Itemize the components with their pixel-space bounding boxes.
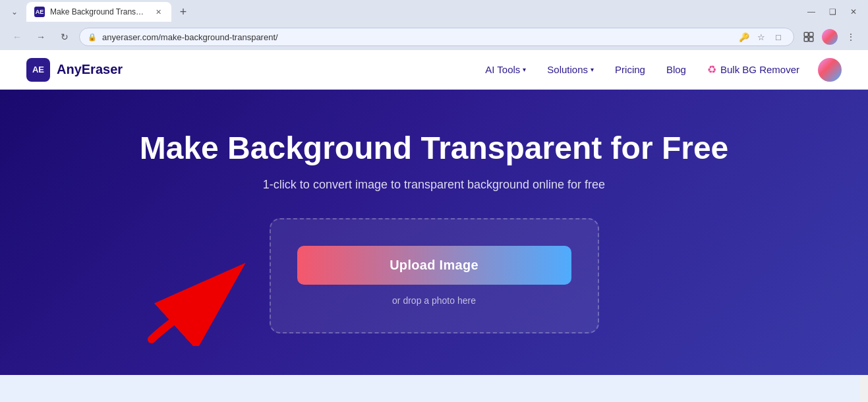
address-field[interactable]: 🔒 anyeraser.com/make-background-transpar… xyxy=(79,28,794,46)
website-content: AE AnyEraser AI Tools ▾ Solutions ▾ Pric… xyxy=(0,50,868,375)
forward-button[interactable]: → xyxy=(32,28,50,46)
bookmark-icon[interactable]: ☆ xyxy=(754,30,768,44)
close-button[interactable]: ✕ xyxy=(844,3,863,21)
tab-close-button[interactable]: ✕ xyxy=(153,7,163,17)
window-controls: — ❑ ✕ xyxy=(802,3,863,21)
address-actions: 🔑 ☆ □ xyxy=(737,30,786,44)
svg-rect-0 xyxy=(804,32,808,36)
tab-title: Make Background Transparent xyxy=(50,7,148,16)
profile-menu-button[interactable] xyxy=(821,28,839,46)
nav-solutions[interactable]: Solutions ▾ xyxy=(539,59,602,80)
extensions-button[interactable] xyxy=(799,28,818,46)
chevron-down-icon: ▾ xyxy=(591,66,594,73)
extensions-icon[interactable]: □ xyxy=(771,30,786,44)
drop-text: or drop a photo here xyxy=(392,295,476,306)
nav-pricing[interactable]: Pricing xyxy=(607,59,653,80)
tab-list: AE Make Background Transparent ✕ + xyxy=(26,2,799,22)
user-avatar[interactable] xyxy=(818,58,842,82)
lock-icon: 🔒 xyxy=(88,33,97,42)
refresh-button[interactable]: ↻ xyxy=(55,28,74,46)
more-options-button[interactable]: ⋮ xyxy=(842,28,860,46)
address-bar: ← → ↻ 🔒 anyeraser.com/make-background-tr… xyxy=(0,24,868,50)
tab-favicon: AE xyxy=(34,7,45,17)
maximize-button[interactable]: ❑ xyxy=(823,3,842,21)
logo-icon: AE xyxy=(26,58,50,82)
url-text: anyeraser.com/make-background-transparen… xyxy=(102,32,732,42)
hero-subtitle: 1-click to convert image to transparent … xyxy=(263,178,605,192)
upload-area[interactable]: Upload Image or drop a photo here xyxy=(270,218,599,333)
brand-name: AnyEraser xyxy=(57,62,123,77)
back-button[interactable]: ← xyxy=(8,28,26,46)
minimize-button[interactable]: — xyxy=(802,3,821,21)
nav-blog[interactable]: Blog xyxy=(658,59,694,80)
active-tab[interactable]: AE Make Background Transparent ✕ xyxy=(26,2,171,22)
recent-tabs-button[interactable]: ⌄ xyxy=(5,3,24,21)
nav-ai-tools[interactable]: AI Tools ▾ xyxy=(477,59,534,80)
hero-title: Make Background Transparent for Free xyxy=(140,129,729,167)
svg-rect-1 xyxy=(809,32,813,36)
title-bar: ⌄ AE Make Background Transparent ✕ + — ❑… xyxy=(0,0,868,24)
svg-rect-2 xyxy=(804,38,808,42)
chevron-down-icon: ▾ xyxy=(523,66,526,73)
save-page-icon[interactable]: 🔑 xyxy=(737,30,751,44)
site-navigation: AE AnyEraser AI Tools ▾ Solutions ▾ Pric… xyxy=(0,50,868,90)
arrow-annotation xyxy=(132,254,277,349)
nav-bulk-bg[interactable]: ♻ Bulk BG Remover xyxy=(699,58,807,81)
svg-rect-3 xyxy=(809,38,813,42)
new-tab-button[interactable]: + xyxy=(174,3,192,21)
hero-section: Make Background Transparent for Free 1-c… xyxy=(0,90,868,375)
upload-image-button[interactable]: Upload Image xyxy=(297,246,571,285)
bulk-bg-icon: ♻ xyxy=(707,63,716,76)
browser-chrome: ⌄ AE Make Background Transparent ✕ + — ❑… xyxy=(0,0,868,50)
logo[interactable]: AE AnyEraser xyxy=(26,58,123,82)
nav-links: AI Tools ▾ Solutions ▾ Pricing Blog ♻ Bu… xyxy=(477,58,842,82)
browser-toolbar-right: ⋮ xyxy=(799,28,860,46)
